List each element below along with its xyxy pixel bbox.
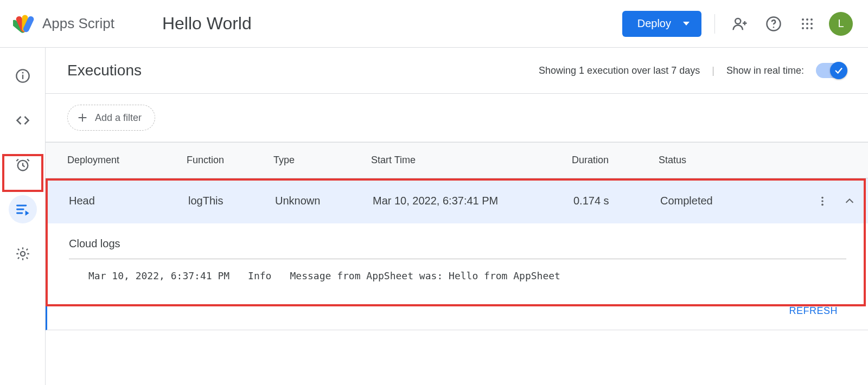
log-level: Info <box>248 270 271 281</box>
cell-deployment: Head <box>69 195 188 207</box>
chevron-up-icon <box>844 195 856 207</box>
header-actions: Deploy L <box>622 11 853 37</box>
page-title: Executions <box>67 62 142 79</box>
sidebar-item-triggers[interactable] <box>9 151 37 179</box>
realtime-toggle[interactable] <box>816 63 846 78</box>
help-button[interactable] <box>762 12 786 36</box>
alarm-icon <box>15 157 30 172</box>
col-status: Status <box>659 155 789 166</box>
code-icon <box>15 113 30 128</box>
add-filter-button[interactable]: Add a filter <box>67 105 155 131</box>
svg-point-9 <box>810 18 813 21</box>
svg-point-23 <box>821 203 824 206</box>
table-row[interactable]: Head logThis Unknown Mar 10, 2022, 6:37:… <box>46 178 868 223</box>
app-header: Apps Script Hello World Deploy L <box>0 0 868 48</box>
left-sidebar <box>0 48 46 385</box>
info-icon <box>15 68 30 84</box>
svg-point-4 <box>735 18 741 24</box>
svg-point-10 <box>802 23 804 25</box>
svg-point-15 <box>810 27 813 29</box>
col-start-time: Start Time <box>371 155 572 166</box>
cell-status: Completed <box>660 195 790 207</box>
svg-point-20 <box>20 252 24 256</box>
deploy-button-label: Deploy <box>637 17 671 30</box>
plus-icon <box>76 112 88 124</box>
svg-point-11 <box>806 23 808 25</box>
cell-type: Unknown <box>275 195 373 207</box>
log-time: Mar 10, 2022, 6:37:41 PM <box>88 270 229 281</box>
refresh-button[interactable]: REFRESH <box>789 305 838 316</box>
collapse-button[interactable] <box>844 195 856 207</box>
cell-start-time: Mar 10, 2022, 6:37:41 PM <box>373 195 573 207</box>
help-icon <box>765 16 782 32</box>
svg-point-6 <box>773 27 775 28</box>
filter-bar: Add a filter <box>46 94 868 142</box>
main-content: Executions Showing 1 execution over last… <box>46 48 868 385</box>
table-header: Deployment Function Type Start Time Dura… <box>46 142 868 178</box>
logs-footer: REFRESH <box>46 284 868 330</box>
svg-point-18 <box>22 72 23 74</box>
svg-point-14 <box>806 27 808 29</box>
cloud-logs-panel: Cloud logs Mar 10, 2022, 6:37:41 PM Info… <box>46 223 868 284</box>
page-header: Executions Showing 1 execution over last… <box>46 48 868 94</box>
deploy-button[interactable]: Deploy <box>622 11 701 37</box>
add-filter-label: Add a filter <box>95 112 142 124</box>
cell-duration: 0.174 s <box>573 195 660 207</box>
apps-grid-button[interactable] <box>795 12 819 36</box>
apps-script-logo-icon <box>13 12 37 36</box>
svg-point-13 <box>802 27 804 29</box>
svg-point-7 <box>802 18 804 21</box>
share-button[interactable] <box>728 12 752 36</box>
col-deployment: Deployment <box>67 155 187 166</box>
sidebar-item-settings[interactable] <box>9 240 37 268</box>
cloud-logs-title: Cloud logs <box>69 238 846 250</box>
executions-icon <box>15 202 30 217</box>
product-name: Apps Script <box>42 15 114 32</box>
sidebar-item-editor[interactable] <box>9 106 37 134</box>
divider <box>69 259 846 259</box>
toggle-knob <box>830 62 847 79</box>
svg-point-12 <box>810 23 813 25</box>
divider <box>714 14 715 34</box>
project-title[interactable]: Hello World <box>162 14 252 34</box>
svg-point-22 <box>821 200 824 202</box>
check-icon <box>834 66 844 75</box>
divider: | <box>712 65 714 76</box>
account-avatar[interactable]: L <box>829 12 853 36</box>
sidebar-item-executions[interactable] <box>9 195 37 223</box>
svg-point-21 <box>821 196 824 198</box>
caret-down-icon <box>683 22 690 25</box>
col-duration: Duration <box>572 155 659 166</box>
execution-summary: Showing 1 execution over last 7 days <box>539 65 700 76</box>
realtime-label: Show in real time: <box>726 65 804 76</box>
executions-table: Deployment Function Type Start Time Dura… <box>46 142 868 330</box>
col-type: Type <box>273 155 371 166</box>
svg-point-8 <box>806 18 808 21</box>
sidebar-item-overview[interactable] <box>9 62 37 90</box>
more-vert-icon <box>816 195 828 207</box>
product-logo[interactable]: Apps Script <box>13 12 114 36</box>
cell-function: logThis <box>188 195 275 207</box>
log-message: Message from AppSheet was: Hello from Ap… <box>290 270 560 281</box>
apps-grid-icon <box>801 17 814 30</box>
col-function: Function <box>187 155 273 166</box>
log-entry: Mar 10, 2022, 6:37:41 PM Info Message fr… <box>69 268 846 284</box>
person-add-icon <box>732 16 748 32</box>
row-menu-button[interactable] <box>816 195 828 207</box>
gear-icon <box>15 246 30 261</box>
